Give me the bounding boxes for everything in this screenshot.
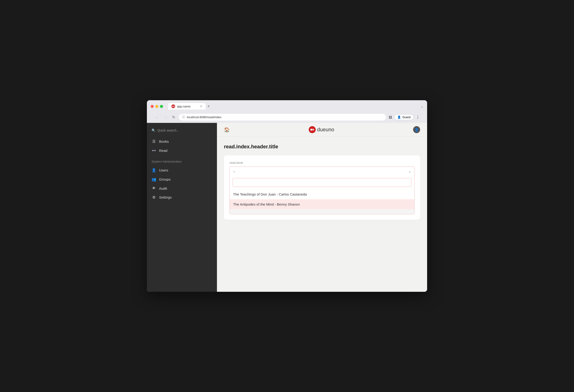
logo-area: dueuno bbox=[309, 126, 334, 133]
address-bar[interactable]: ⓘ localhost:8080/read/index bbox=[179, 114, 386, 121]
sidebar-item-settings[interactable]: ⚙ Settings bbox=[147, 193, 217, 202]
sidebar-item-users[interactable]: 👤 Users bbox=[147, 166, 217, 175]
search-box[interactable]: 🔍 Quick search... bbox=[152, 128, 212, 132]
sidebar-toggle-icon[interactable]: ⊟ bbox=[389, 115, 392, 119]
sidebar-item-audit[interactable]: 👁 Audit bbox=[147, 184, 217, 193]
audit-icon: 👁 bbox=[152, 186, 156, 190]
sidebar-settings-label: Settings bbox=[159, 195, 172, 199]
select-wrapper: – ⌄ bbox=[229, 166, 414, 176]
search-container: 🔍 Quick search... bbox=[147, 127, 217, 136]
dropdown-option-0[interactable]: The Teachings of Don Juan - Carlos Casta… bbox=[230, 189, 414, 199]
tab-bar: ●● app.name ✕ + bbox=[168, 103, 418, 110]
read-icon: 👓 bbox=[152, 148, 156, 153]
dropdown-footer bbox=[230, 209, 414, 214]
page-content: read.index.header.title read.book – ⌄ bbox=[217, 137, 427, 292]
groups-icon: 👥 bbox=[152, 177, 156, 182]
search-placeholder: Quick search... bbox=[157, 128, 179, 132]
system-admin-label: System Administration bbox=[147, 156, 217, 165]
field-label: read.book bbox=[229, 161, 414, 165]
svg-point-1 bbox=[312, 129, 314, 131]
sidebar: 🔍 Quick search... ☰ Books 👓 Read System … bbox=[147, 123, 217, 292]
book-selector-card: read.book – ⌄ The Teachings of Don Juan … bbox=[224, 155, 420, 220]
search-icon: 🔍 bbox=[152, 128, 156, 132]
sidebar-books-label: Books bbox=[159, 140, 169, 144]
sidebar-item-groups[interactable]: 👥 Groups bbox=[147, 175, 217, 184]
user-avatar[interactable]: 👤 bbox=[413, 126, 420, 133]
top-bar: 🏠 dueuno 👤 bbox=[217, 123, 427, 137]
select-value: – bbox=[233, 169, 235, 173]
users-icon: 👤 bbox=[152, 168, 156, 172]
dropdown-option-1[interactable]: The Antipodes of the Mind - Benny Shanon bbox=[230, 199, 414, 209]
more-options-icon[interactable]: ⋮ bbox=[416, 115, 420, 119]
dropdown-search-container bbox=[230, 176, 414, 189]
main-content: 🏠 dueuno 👤 read.index.hea bbox=[217, 123, 427, 292]
logo-text: dueuno bbox=[317, 127, 334, 133]
reload-button[interactable]: ↻ bbox=[171, 114, 176, 120]
dropdown-panel: The Teachings of Don Juan - Carlos Casta… bbox=[229, 176, 414, 214]
traffic-lights bbox=[151, 105, 163, 108]
close-button[interactable] bbox=[151, 105, 154, 108]
tab-dropdown-icon[interactable]: ⌄ bbox=[421, 104, 423, 108]
sidebar-groups-label: Groups bbox=[159, 177, 170, 181]
sidebar-read-label: Read bbox=[159, 149, 167, 153]
svg-point-0 bbox=[310, 129, 312, 131]
books-icon: ☰ bbox=[152, 139, 156, 144]
dropdown-search-input[interactable] bbox=[233, 178, 411, 187]
book-select[interactable]: – bbox=[229, 166, 414, 176]
settings-icon: ⚙ bbox=[152, 195, 156, 200]
security-icon: ⓘ bbox=[182, 115, 185, 119]
home-icon[interactable]: 🏠 bbox=[224, 127, 230, 132]
guest-label: Guest bbox=[402, 115, 410, 119]
browser-nav: ← → ↻ ⓘ localhost:8080/read/index ⊟ 👤 Gu… bbox=[151, 112, 423, 123]
new-tab-button[interactable]: + bbox=[207, 104, 210, 109]
minimize-button[interactable] bbox=[155, 105, 158, 108]
maximize-button[interactable] bbox=[160, 105, 163, 108]
page-title: read.index.header.title bbox=[224, 144, 420, 150]
tab-title: app.name bbox=[177, 105, 191, 108]
active-tab[interactable]: ●● app.name ✕ bbox=[168, 103, 205, 110]
nav-section-main: ☰ Books 👓 Read bbox=[147, 136, 217, 156]
nav-section-admin: 👤 Users 👥 Groups 👁 Audit ⚙ Settings bbox=[147, 165, 217, 203]
guest-button[interactable]: 👤 Guest bbox=[394, 114, 413, 120]
url-text: localhost:8080/read/index bbox=[187, 115, 221, 119]
browser-actions: ⊟ 👤 Guest ⋮ bbox=[389, 114, 420, 120]
option-1-label: The Antipodes of the Mind - Benny Shanon bbox=[233, 202, 300, 206]
guest-avatar-icon: 👤 bbox=[397, 115, 401, 119]
sidebar-item-read[interactable]: 👓 Read bbox=[147, 146, 217, 155]
sidebar-audit-label: Audit bbox=[159, 186, 167, 190]
forward-button[interactable]: → bbox=[163, 114, 168, 120]
sidebar-users-label: Users bbox=[159, 168, 168, 172]
sidebar-item-books[interactable]: ☰ Books bbox=[147, 137, 217, 146]
back-button[interactable]: ← bbox=[154, 114, 160, 120]
logo-icon bbox=[309, 126, 316, 133]
tab-favicon: ●● bbox=[171, 104, 175, 108]
option-0-label: The Teachings of Don Juan - Carlos Casta… bbox=[233, 192, 307, 196]
tab-close-button[interactable]: ✕ bbox=[200, 105, 202, 108]
